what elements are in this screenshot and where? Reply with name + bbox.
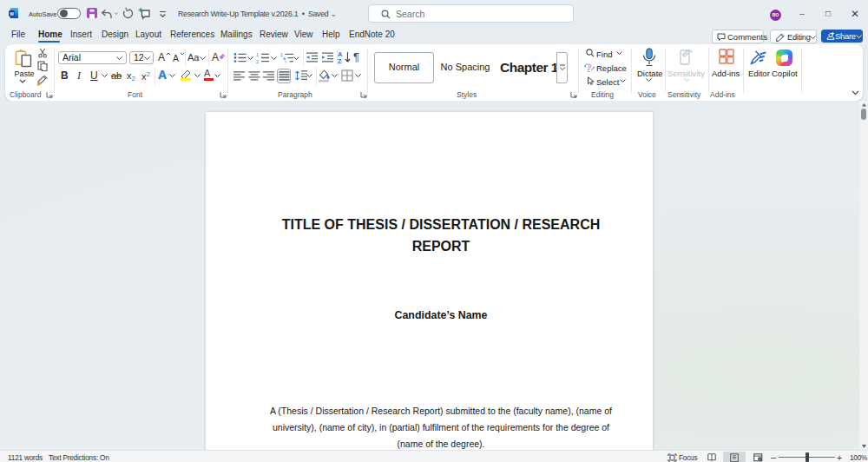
svg-text:2: 2 bbox=[256, 59, 259, 63]
svg-text:W: W bbox=[10, 10, 14, 16]
svg-text:i: i bbox=[286, 59, 286, 63]
svg-text:c: c bbox=[588, 67, 591, 73]
svg-text:i: i bbox=[760, 457, 760, 461]
svg-text:1: 1 bbox=[256, 52, 259, 57]
svg-text:Z: Z bbox=[338, 57, 342, 64]
